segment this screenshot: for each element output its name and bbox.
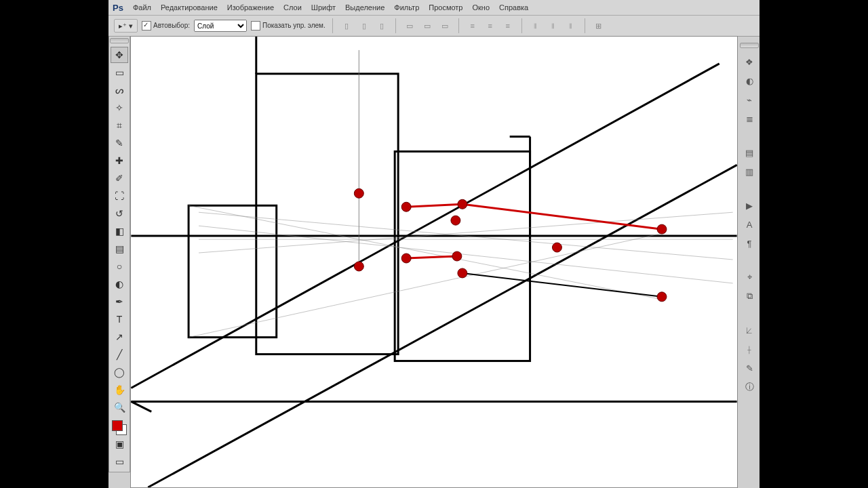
paragraph-panel-icon[interactable]: ¶ [741, 235, 757, 251]
fg-swatch[interactable] [112, 420, 123, 431]
play-icon[interactable]: ▶ [741, 197, 757, 214]
3d-panel-icon[interactable]: ⟀ [741, 322, 757, 338]
distribute-bottom-icon[interactable]: ≡ [501, 19, 515, 33]
history-tool[interactable]: ↺ [111, 205, 128, 222]
svg-rect-8 [395, 151, 530, 361]
dodge-tool[interactable]: ◐ [111, 276, 128, 292]
menu-window[interactable]: Окно [473, 3, 490, 12]
svg-line-21 [462, 273, 662, 297]
clone-panel-icon[interactable]: ⧉ [741, 288, 757, 304]
eyedrop-tool[interactable]: ✎ [111, 135, 128, 151]
menubar: Ps Файл Редактирование Изображение Слои … [108, 0, 760, 16]
autoselect-dropdown[interactable]: Слой [194, 20, 247, 32]
menu-type[interactable]: Шрифт [311, 3, 336, 12]
svg-line-15 [199, 212, 733, 253]
distribute-right-icon[interactable]: ⦀ [564, 19, 578, 33]
align-right-icon[interactable]: ▯ [375, 19, 389, 33]
svg-point-30 [552, 243, 561, 252]
quickmask-tool[interactable]: ▣ [111, 436, 128, 452]
svg-point-32 [657, 292, 667, 302]
distribute-vcenter-icon[interactable]: ≡ [484, 19, 497, 33]
swatches-panel-icon[interactable]: ▤ [741, 144, 757, 161]
align-bottom-icon[interactable]: ▭ [438, 19, 452, 33]
brush-tool[interactable]: ✐ [111, 170, 128, 186]
brush-panel-icon[interactable]: ⌖ [741, 269, 757, 285]
svg-line-3 [131, 401, 151, 411]
text-tool[interactable]: T [111, 311, 128, 327]
zoom-tool[interactable]: 🔍 [111, 399, 128, 415]
shape-tool[interactable]: ◯ [111, 364, 128, 380]
app-logo: Ps [113, 3, 123, 13]
toolbox: ✥ ▭ ᔕ ✧ ⌗ ✎ ✚ ✐ ⛶ ↺ ◧ ▤ ○ ◐ ✒ T ↗ ╱ ◯ ✋ … [108, 36, 130, 472]
svg-point-26 [451, 216, 460, 225]
svg-rect-5 [189, 205, 277, 337]
channels-panel-icon[interactable]: ◐ [741, 73, 757, 89]
align-top-icon[interactable]: ▭ [403, 19, 416, 33]
auto-align-icon[interactable]: ⊞ [592, 19, 606, 33]
menu-help[interactable]: Справка [499, 3, 528, 12]
right-panel-dock: ❖ ◐ ⌁ ≣ ▤ ▥ ▶ A ¶ ⌖ ⧉ ⟀ ⟊ ✎ ⓘ [739, 36, 760, 395]
options-bar: ▸⁺ ▾ Автовыбор: Слой Показать упр. элем.… [108, 16, 760, 37]
autoselect-checkbox[interactable]: Автовыбор: [142, 21, 190, 30]
lasso-tool[interactable]: ᔕ [111, 82, 128, 98]
line-tool[interactable]: ╱ [111, 346, 128, 363]
adjustments-panel-icon[interactable]: ≣ [741, 110, 757, 127]
eraser-tool[interactable]: ◧ [111, 223, 128, 239]
toolbox-grip[interactable] [110, 38, 129, 43]
svg-point-29 [458, 268, 467, 278]
menu-file[interactable]: Файл [133, 3, 151, 12]
distribute-top-icon[interactable]: ≡ [466, 19, 479, 33]
styles-panel-icon[interactable]: ▥ [741, 163, 757, 180]
svg-line-19 [462, 204, 662, 229]
path-tool[interactable]: ↗ [111, 329, 128, 345]
svg-line-20 [406, 256, 457, 258]
measure-panel-icon[interactable]: ⟊ [741, 341, 757, 357]
distribute-hcenter-icon[interactable]: ⦀ [547, 19, 560, 33]
svg-point-24 [401, 202, 411, 211]
wand-tool[interactable]: ✧ [111, 100, 128, 116]
svg-point-27 [401, 253, 411, 263]
drawing [131, 37, 737, 487]
menu-image[interactable]: Изображение [227, 3, 274, 12]
gradient-tool[interactable]: ▤ [111, 241, 128, 257]
menu-layers[interactable]: Слои [283, 3, 302, 12]
crop-tool[interactable]: ⌗ [111, 117, 128, 134]
svg-line-2 [148, 165, 736, 487]
move-tool[interactable]: ✥ [111, 47, 128, 63]
menu-select[interactable]: Выделение [345, 3, 384, 12]
show-controls-checkbox[interactable]: Показать упр. элем. [251, 21, 326, 30]
svg-point-23 [354, 262, 363, 271]
svg-point-22 [354, 188, 363, 198]
svg-point-31 [657, 224, 667, 234]
distribute-left-icon[interactable]: ⦀ [529, 19, 542, 33]
screenmode-tool[interactable]: ▭ [111, 453, 128, 470]
app-window: Ps Файл Редактирование Изображение Слои … [108, 0, 760, 488]
dock-grip[interactable] [740, 43, 759, 48]
svg-line-18 [406, 204, 462, 207]
blur-tool[interactable]: ○ [111, 258, 128, 274]
notes-panel-icon[interactable]: ✎ [741, 360, 757, 376]
heal-tool[interactable]: ✚ [111, 152, 128, 169]
align-center-v-icon[interactable]: ▭ [420, 19, 434, 33]
marquee-tool[interactable]: ▭ [111, 64, 128, 81]
svg-point-25 [458, 199, 467, 209]
character-panel-icon[interactable]: A [741, 216, 757, 232]
stamp-tool[interactable]: ⛶ [111, 188, 128, 204]
menu-filter[interactable]: Фильтр [394, 3, 419, 12]
canvas[interactable] [130, 36, 738, 488]
align-center-h-icon[interactable]: ▯ [357, 19, 371, 33]
menu-edit[interactable]: Редактирование [161, 3, 218, 12]
pen-tool[interactable]: ✒ [111, 293, 128, 310]
menu-view[interactable]: Просмотр [429, 3, 462, 12]
paths-panel-icon[interactable]: ⌁ [741, 92, 757, 108]
svg-point-28 [452, 251, 462, 261]
info-panel-icon[interactable]: ⓘ [741, 379, 757, 395]
tool-preset-button[interactable]: ▸⁺ ▾ [114, 19, 138, 33]
hand-tool[interactable]: ✋ [111, 382, 128, 398]
color-swatches[interactable] [112, 420, 127, 435]
layers-panel-icon[interactable]: ❖ [741, 54, 757, 70]
align-left-icon[interactable]: ▯ [340, 19, 353, 33]
